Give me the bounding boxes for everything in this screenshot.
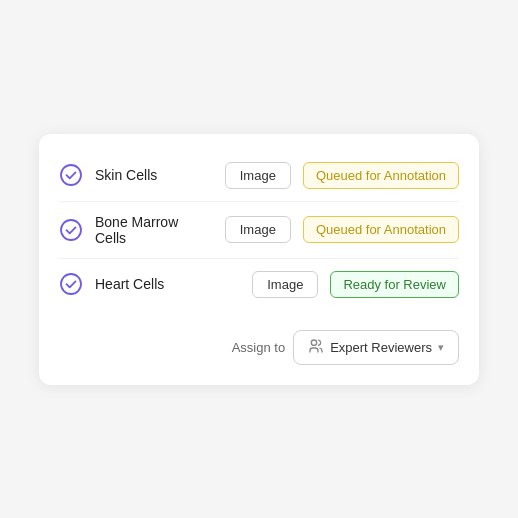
status-badge-bone-marrow-cells: Queued for Annotation bbox=[303, 216, 459, 243]
svg-point-1 bbox=[61, 220, 81, 240]
status-badge-skin-cells: Queued for Annotation bbox=[303, 162, 459, 189]
main-card: Skin Cells Image Queued for Annotation B… bbox=[39, 134, 479, 385]
assign-label: Assign to bbox=[232, 340, 285, 355]
assign-row: Assign to Expert Reviewers ▾ bbox=[59, 322, 459, 365]
svg-point-3 bbox=[311, 340, 316, 345]
row-bone-marrow-cells: Bone Marrow Cells Image Queued for Annot… bbox=[59, 202, 459, 259]
svg-point-2 bbox=[61, 274, 81, 294]
check-icon-bone-marrow-cells bbox=[59, 218, 83, 242]
svg-point-0 bbox=[61, 165, 81, 185]
cell-name-heart-cells: Heart Cells bbox=[95, 276, 240, 292]
row-skin-cells: Skin Cells Image Queued for Annotation bbox=[59, 150, 459, 202]
row-heart-cells: Heart Cells Image Ready for Review bbox=[59, 259, 459, 310]
check-icon-skin-cells bbox=[59, 163, 83, 187]
assign-assignee: Expert Reviewers bbox=[330, 340, 432, 355]
assign-button[interactable]: Expert Reviewers ▾ bbox=[293, 330, 459, 365]
check-icon-heart-cells bbox=[59, 272, 83, 296]
chevron-down-icon: ▾ bbox=[438, 341, 444, 354]
status-badge-heart-cells: Ready for Review bbox=[330, 271, 459, 298]
users-icon bbox=[308, 338, 324, 357]
cell-name-skin-cells: Skin Cells bbox=[95, 167, 213, 183]
image-button-bone-marrow-cells[interactable]: Image bbox=[225, 216, 291, 243]
image-button-skin-cells[interactable]: Image bbox=[225, 162, 291, 189]
cell-name-bone-marrow-cells: Bone Marrow Cells bbox=[95, 214, 213, 246]
image-button-heart-cells[interactable]: Image bbox=[252, 271, 318, 298]
